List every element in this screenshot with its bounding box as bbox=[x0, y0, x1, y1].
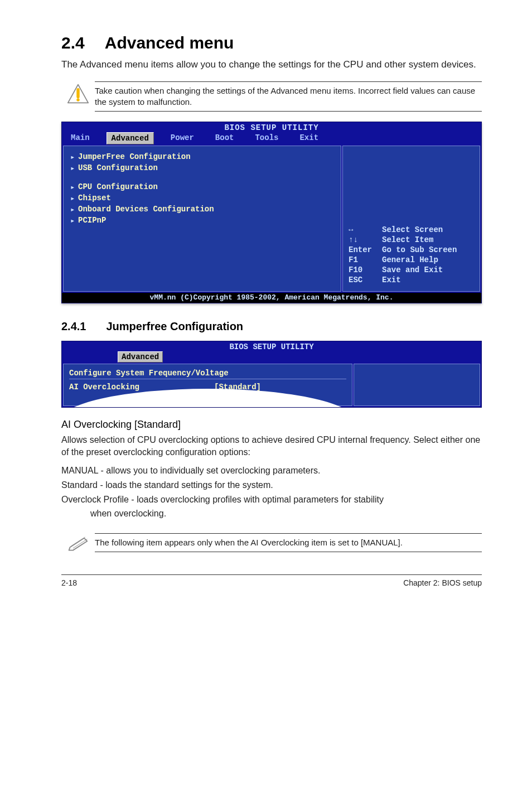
bios-tab-advanced[interactable]: Advanced bbox=[107, 132, 154, 144]
bios-tab-main[interactable]: Main bbox=[66, 132, 94, 144]
bios-help-pane: ↔Select Screen ↑↓Select Item EnterGo to … bbox=[342, 146, 480, 292]
option-description: Allows selection of CPU overclocking opt… bbox=[61, 434, 482, 458]
submenu-arrow-icon: ▸ bbox=[70, 182, 78, 192]
section-number: 2.4 bbox=[61, 33, 85, 52]
warning-icon bbox=[67, 83, 89, 105]
legend-row: F10Save and Exit bbox=[349, 265, 474, 276]
warning-text: Take caution when changing the settings … bbox=[95, 81, 482, 112]
menu-item-label: JumperFree Configuration bbox=[78, 152, 191, 161]
chapter-label: Chapter 2: BIOS setup bbox=[403, 578, 482, 587]
svg-marker-3 bbox=[69, 538, 88, 550]
menu-item-label: USB Configuration bbox=[78, 163, 158, 172]
note-callout: The following item appears only when the… bbox=[61, 533, 482, 552]
bios-help-pane bbox=[354, 364, 480, 406]
bios-footer: vMM.nn (C)Copyright 1985-2002, American … bbox=[62, 293, 481, 303]
menu-item[interactable]: ▸ Chipset bbox=[70, 193, 334, 203]
bios-left-pane: ▸ JumperFree Configuration ▸ USB Configu… bbox=[63, 146, 341, 292]
menu-item-label: PCIPnP bbox=[78, 216, 106, 225]
warning-callout: Take caution when changing the settings … bbox=[61, 81, 482, 112]
legend-row: ↔Select Screen bbox=[349, 225, 474, 235]
bios-tab-power[interactable]: Power bbox=[166, 132, 199, 144]
section-heading: 2.4 Advanced menu bbox=[61, 33, 482, 52]
panel-heading: Configure System Frequency/Voltage bbox=[69, 368, 346, 379]
section-title: Advanced menu bbox=[105, 33, 234, 52]
option-manual: MANUAL - allows you to individually set … bbox=[61, 465, 482, 477]
submenu-arrow-icon: ▸ bbox=[70, 216, 78, 225]
submenu-arrow-icon: ▸ bbox=[70, 163, 78, 173]
submenu-arrow-icon: ▸ bbox=[70, 152, 78, 162]
page-footer: 2-18 Chapter 2: BIOS setup bbox=[61, 574, 482, 587]
note-text: The following item appears only when the… bbox=[95, 533, 482, 552]
legend-row: EnterGo to Sub Screen bbox=[349, 245, 474, 255]
subsection-title: Jumperfree Configuration bbox=[106, 320, 243, 333]
pencil-icon bbox=[67, 534, 89, 551]
submenu-arrow-icon: ▸ bbox=[70, 194, 78, 203]
bios-tab-tools[interactable]: Tools bbox=[250, 132, 283, 144]
bios-screenshot-jumperfree: BIOS SETUP UTILITY Advanced Configure Sy… bbox=[61, 341, 482, 408]
bios-tab-boot[interactable]: Boot bbox=[211, 132, 239, 144]
bios-left-pane: Configure System Frequency/Voltage AI Ov… bbox=[63, 364, 352, 406]
menu-item[interactable]: ▸ PCIPnP bbox=[70, 215, 334, 225]
menu-item-label: CPU Configuration bbox=[78, 182, 158, 191]
svg-point-2 bbox=[76, 98, 79, 101]
subsection-heading: 2.4.1 Jumperfree Configuration bbox=[61, 320, 482, 333]
bios-tab-exit[interactable]: Exit bbox=[295, 132, 323, 144]
subsection-number: 2.4.1 bbox=[61, 320, 86, 333]
page-number: 2-18 bbox=[61, 578, 77, 587]
bios-tab-bar: Main Advanced Power Boot Tools Exit bbox=[62, 132, 481, 144]
bios-title: BIOS SETUP UTILITY bbox=[62, 341, 481, 351]
intro-text: The Advanced menu items allow you to cha… bbox=[61, 58, 482, 71]
legend-row: F1General Help bbox=[349, 255, 474, 265]
option-overclock-profile-line2: when overclocking. bbox=[90, 508, 482, 520]
menu-item-label: Chipset bbox=[78, 194, 111, 202]
legend-row: ↑↓Select Item bbox=[349, 235, 474, 245]
menu-item[interactable]: ▸ USB Configuration bbox=[70, 163, 334, 173]
option-standard: Standard - loads the standard settings f… bbox=[61, 479, 482, 491]
menu-item-label: Onboard Devices Configuration bbox=[78, 205, 214, 214]
submenu-arrow-icon: ▸ bbox=[70, 205, 78, 214]
bios-screenshot-advanced-menu: BIOS SETUP UTILITY Main Advanced Power B… bbox=[61, 122, 482, 303]
menu-item[interactable]: ▸ Onboard Devices Configuration bbox=[70, 204, 334, 214]
menu-item[interactable]: ▸ JumperFree Configuration bbox=[70, 152, 334, 162]
bios-tab-advanced[interactable]: Advanced bbox=[118, 351, 163, 363]
option-overclock-profile-line1: Overclock Profile - loads overclocking p… bbox=[61, 494, 482, 506]
bios-title: BIOS SETUP UTILITY bbox=[62, 122, 481, 132]
menu-item[interactable]: ▸ CPU Configuration bbox=[70, 182, 334, 192]
option-heading: AI Overclocking [Standard] bbox=[61, 419, 482, 431]
legend-row: ESCExit bbox=[349, 276, 474, 286]
